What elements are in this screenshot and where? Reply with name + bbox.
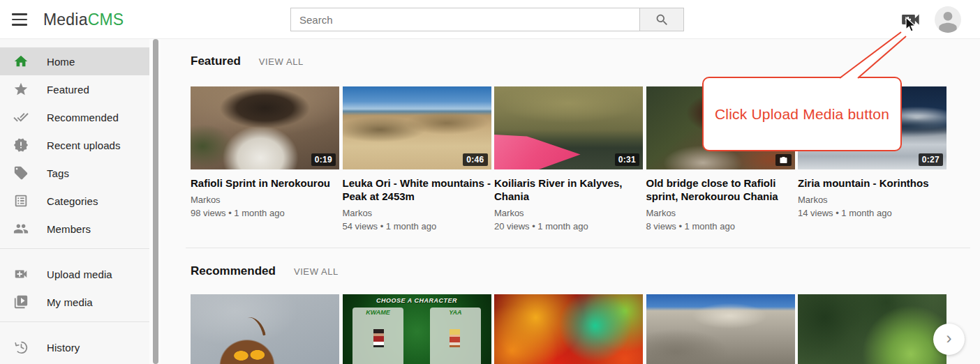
sidebar-item-categories[interactable]: Categories — [0, 187, 149, 215]
media-card[interactable]: 0:19 Rafioli Sprint in Nerokourou Markos… — [191, 86, 339, 232]
video-meta: 54 views • 1 month ago — [343, 221, 491, 232]
upload-media-button[interactable] — [901, 12, 921, 27]
media-card[interactable] — [191, 294, 339, 364]
video-thumbnail[interactable]: 0:31 — [494, 86, 643, 169]
video-thumbnail[interactable]: CHOOSE A CHARACTER KWAME YAA Selected Se… — [343, 294, 491, 364]
sidebar-item-upload-media[interactable]: Upload media — [0, 260, 149, 288]
video-title[interactable]: Leuka Ori - White mountains - Peak at 24… — [343, 176, 491, 203]
sidebar-scroll-track — [149, 39, 161, 364]
video-author[interactable]: Markos — [798, 195, 946, 205]
search-input[interactable] — [290, 8, 639, 31]
sidebar-divider — [0, 321, 149, 322]
video-author[interactable]: Markos — [343, 208, 491, 218]
double-check-icon — [13, 109, 29, 125]
media-card[interactable]: 0:46 Leuka Ori - White mountains - Peak … — [343, 86, 491, 232]
home-icon — [13, 54, 29, 69]
video-title[interactable]: Koiliaris River in Kalyves, Chania — [494, 176, 643, 203]
logo-media: Media — [43, 10, 88, 29]
video-library-icon — [13, 294, 29, 310]
video-thumbnail[interactable] — [191, 294, 339, 364]
star-icon — [13, 82, 29, 97]
video-thumbnail[interactable] — [646, 294, 795, 364]
media-card[interactable] — [646, 294, 795, 364]
video-meta: 20 views • 1 month ago — [494, 221, 643, 232]
upload-media-icon — [901, 12, 921, 27]
sidebar-item-members[interactable]: Members — [0, 215, 149, 243]
logo-cms: CMS — [88, 10, 124, 29]
chevron-right-icon: › — [946, 330, 952, 347]
video-thumbnail[interactable]: 0:19 — [191, 86, 339, 169]
thumbnail-overlay-text: CHOOSE A CHARACTER — [343, 297, 491, 304]
sidebar-item-recent-uploads[interactable]: Recent uploads — [0, 131, 149, 159]
user-avatar[interactable] — [935, 6, 961, 33]
logo[interactable]: MediaCMS — [43, 0, 124, 39]
thumbnail-overlay-text: KWAME — [352, 309, 403, 316]
top-bar: MediaCMS — [0, 0, 980, 39]
sidebar-item-history[interactable]: History — [0, 333, 149, 361]
new-releases-icon — [13, 137, 29, 153]
featured-view-all-link[interactable]: VIEW ALL — [259, 56, 304, 67]
recommended-section-header: Recommended VIEW ALL — [191, 264, 339, 278]
video-title[interactable]: Old bridge close to Rafioli sprint, Nero… — [646, 176, 795, 203]
callout-text: Click Upload Media button — [715, 106, 889, 123]
tag-icon — [13, 165, 29, 181]
recommended-card-row: CHOOSE A CHARACTER KWAME YAA Selected Se… — [191, 294, 946, 364]
sidebar-item-home[interactable]: Home — [0, 47, 149, 75]
media-card[interactable]: CHOOSE A CHARACTER KWAME YAA Selected Se… — [343, 294, 491, 364]
duration-badge: 0:27 — [919, 153, 943, 166]
people-icon — [13, 221, 29, 236]
character-sprite — [450, 329, 460, 347]
recommended-view-all-link[interactable]: VIEW ALL — [294, 266, 339, 277]
person-icon — [935, 6, 961, 33]
menu-icon[interactable] — [10, 11, 29, 28]
recommended-title: Recommended — [191, 264, 276, 278]
video-author[interactable]: Markos — [646, 208, 795, 218]
search-icon — [655, 13, 669, 27]
video-call-icon — [13, 266, 29, 282]
video-title[interactable]: Ziria mountain - Korinthos — [798, 176, 946, 190]
video-meta: 14 views • 1 month ago — [798, 208, 946, 218]
video-thumbnail[interactable] — [494, 294, 643, 364]
sidebar-scrollbar[interactable] — [153, 39, 158, 364]
carousel-next-button[interactable]: › — [933, 324, 965, 355]
sidebar-item-my-media[interactable]: My media — [0, 288, 149, 316]
media-card[interactable] — [798, 294, 946, 364]
search-bar — [290, 8, 684, 31]
character-sprite — [373, 329, 384, 347]
sidebar-divider — [0, 248, 149, 249]
section-divider — [186, 248, 970, 248]
list-icon — [13, 193, 29, 208]
video-thumbnail[interactable]: 0:46 — [343, 86, 491, 169]
duration-badge: 0:46 — [463, 153, 487, 166]
sidebar-item-tags[interactable]: Tags — [0, 159, 149, 187]
sidebar-item-featured[interactable]: Featured — [0, 75, 149, 103]
photo-badge — [775, 154, 792, 166]
sidebar-item-recommended[interactable]: Recommended — [0, 103, 149, 131]
video-author[interactable]: Markos — [191, 195, 339, 205]
media-card[interactable]: 0:31 Koiliaris River in Kalyves, Chania … — [494, 86, 643, 232]
video-meta: 98 views • 1 month ago — [191, 208, 339, 218]
camera-icon — [779, 156, 788, 164]
video-title[interactable]: Rafioli Sprint in Nerokourou — [191, 176, 339, 190]
featured-section-header: Featured VIEW ALL — [191, 54, 304, 68]
video-thumbnail[interactable] — [798, 294, 946, 364]
duration-badge: 0:19 — [311, 153, 336, 166]
video-meta: 8 views • 1 month ago — [646, 221, 795, 232]
sidebar: Home Featured Recommended Recent uploads… — [0, 39, 149, 364]
callout-tooltip: Click Upload Media button — [702, 77, 902, 151]
history-icon — [13, 340, 29, 355]
duration-badge: 0:31 — [615, 153, 639, 166]
search-button[interactable] — [639, 8, 684, 31]
thumbnail-overlay-text: YAA — [430, 309, 480, 316]
video-author[interactable]: Markos — [494, 208, 643, 218]
media-card[interactable] — [494, 294, 643, 364]
featured-title: Featured — [191, 54, 241, 68]
